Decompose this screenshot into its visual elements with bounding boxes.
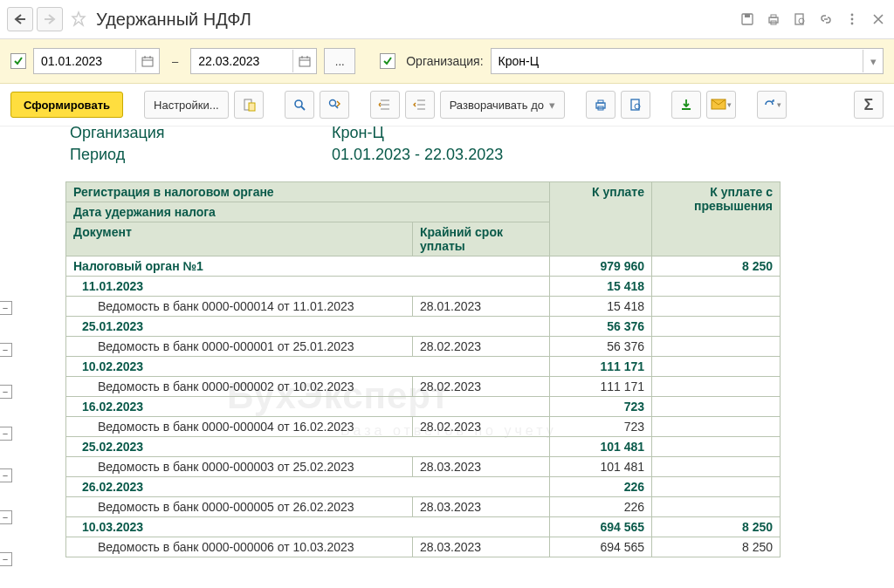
expand-to-label: Разворачивать до <box>450 99 544 112</box>
collapse-toggle[interactable]: − <box>0 427 12 441</box>
svg-rect-19 <box>249 103 255 111</box>
calendar-icon[interactable] <box>135 50 159 72</box>
date-group: 25.02.2023 <box>66 437 550 457</box>
svg-rect-1 <box>745 14 750 17</box>
date-to-input[interactable] <box>191 50 292 72</box>
find-next-button[interactable] <box>320 91 349 119</box>
date-from-field[interactable] <box>33 48 160 74</box>
cell-deadline: 28.03.2023 <box>413 537 550 557</box>
cell-pay: 694 565 <box>550 537 652 557</box>
cell-pay-exc <box>652 457 781 477</box>
star-icon[interactable] <box>70 10 87 28</box>
chevron-down-icon: ▾ <box>549 99 555 112</box>
org-field[interactable]: ▾ <box>491 48 884 74</box>
cell-doc: Ведомость в банк 0000-000002 от 10.02.20… <box>66 377 413 397</box>
cell-pay: 694 565 <box>550 517 652 537</box>
calendar-icon[interactable] <box>292 50 316 72</box>
settings-label: Настройки... <box>154 99 219 112</box>
preview-icon[interactable] <box>791 10 808 28</box>
date-group: 10.03.2023 <box>66 517 550 537</box>
expand-all-button[interactable] <box>405 91 435 119</box>
cell-pay: 226 <box>550 477 652 497</box>
date-group: 11.01.2023 <box>66 277 550 297</box>
cell-pay-exc <box>652 317 781 337</box>
print-icon[interactable] <box>765 10 782 28</box>
org-label: Организация: <box>406 54 483 68</box>
cell-pay-exc <box>652 337 781 357</box>
link-icon[interactable] <box>817 10 835 28</box>
date-group: 25.01.2023 <box>66 317 550 337</box>
svg-point-7 <box>851 14 854 17</box>
report-period-value: 01.01.2023 - 22.03.2023 <box>332 146 503 164</box>
print-preview-button[interactable] <box>621 91 650 119</box>
th-deadline: Крайний срок уплаты <box>413 222 550 256</box>
collapse-toggle[interactable]: − <box>0 510 12 524</box>
svg-rect-14 <box>299 58 310 66</box>
th-date: Дата удержания налога <box>66 202 550 222</box>
expand-to-button[interactable]: Разворачивать до ▾ <box>440 91 565 119</box>
cell-pay: 15 418 <box>550 277 652 297</box>
close-icon[interactable] <box>870 10 887 28</box>
date-group: 16.02.2023 <box>66 397 550 417</box>
period-select-button[interactable]: ... <box>324 48 355 74</box>
date-to-field[interactable] <box>190 48 317 74</box>
cell-doc: Ведомость в банк 0000-000006 от 10.03.20… <box>66 537 413 557</box>
cell-pay: 226 <box>550 497 652 517</box>
more-icon[interactable] <box>843 10 861 28</box>
org-input[interactable] <box>492 54 863 68</box>
nav-forward-button[interactable] <box>37 7 63 31</box>
report-org-value: Крон-Ц <box>332 124 384 142</box>
variants-button[interactable]: ▾ <box>757 91 787 119</box>
date-dash: – <box>167 55 183 68</box>
cell-pay-exc <box>652 397 781 417</box>
th-reg: Регистрация в налоговом органе <box>66 182 550 202</box>
save-file-button[interactable] <box>671 91 701 119</box>
svg-point-8 <box>851 18 854 21</box>
collapse-toggle[interactable]: − <box>0 552 12 566</box>
cell-pay-exc <box>652 437 781 457</box>
save-icon[interactable] <box>739 10 756 28</box>
group-pay: 979 960 <box>550 256 652 277</box>
find-button[interactable] <box>285 91 314 119</box>
svg-rect-3 <box>771 15 776 17</box>
sum-button[interactable]: Σ <box>854 91 884 119</box>
date-filter-checkbox[interactable] <box>10 53 26 69</box>
collapse-all-button[interactable] <box>370 91 400 119</box>
generate-button[interactable]: Сформировать <box>10 92 123 118</box>
cell-deadline: 28.01.2023 <box>413 297 550 317</box>
svg-rect-25 <box>598 100 603 103</box>
nav-back-button[interactable] <box>7 7 33 31</box>
paste-settings-button[interactable] <box>234 91 264 119</box>
cell-doc: Ведомость в банк 0000-000014 от 11.01.20… <box>66 297 413 317</box>
collapse-toggle[interactable]: − <box>0 301 12 315</box>
cell-pay: 101 481 <box>550 457 652 477</box>
th-pay-exc: К уплате с превышения <box>652 182 781 256</box>
print-button[interactable] <box>586 91 615 119</box>
report-period-label: Период <box>17 146 332 164</box>
date-from-input[interactable] <box>34 50 135 72</box>
dropdown-icon[interactable]: ▾ <box>863 50 883 72</box>
cell-doc: Ведомость в банк 0000-000005 от 26.02.20… <box>66 497 413 517</box>
date-group: 10.02.2023 <box>66 357 550 377</box>
cell-deadline: 28.02.2023 <box>413 337 550 357</box>
collapse-toggle[interactable]: − <box>0 468 12 482</box>
svg-line-21 <box>301 106 305 110</box>
org-filter-checkbox[interactable] <box>380 53 395 69</box>
cell-pay-exc <box>652 417 781 437</box>
svg-point-22 <box>329 100 335 106</box>
group-pay-exc: 8 250 <box>652 256 781 277</box>
collapse-toggle[interactable]: − <box>0 343 12 357</box>
cell-pay: 111 171 <box>550 377 652 397</box>
cell-pay: 56 376 <box>550 337 652 357</box>
cell-pay-exc: 8 250 <box>652 517 781 537</box>
collapse-toggle[interactable]: − <box>0 385 12 399</box>
cell-pay-exc <box>652 377 781 397</box>
settings-button[interactable]: Настройки... <box>144 91 229 119</box>
cell-pay-exc <box>652 277 781 297</box>
svg-rect-10 <box>142 58 153 66</box>
cell-deadline: 28.02.2023 <box>413 417 550 437</box>
th-pay: К уплате <box>550 182 652 256</box>
cell-doc: Ведомость в банк 0000-000003 от 25.02.20… <box>66 457 413 477</box>
report-org-label: Организация <box>17 124 332 142</box>
email-button[interactable]: ▾ <box>706 91 736 119</box>
